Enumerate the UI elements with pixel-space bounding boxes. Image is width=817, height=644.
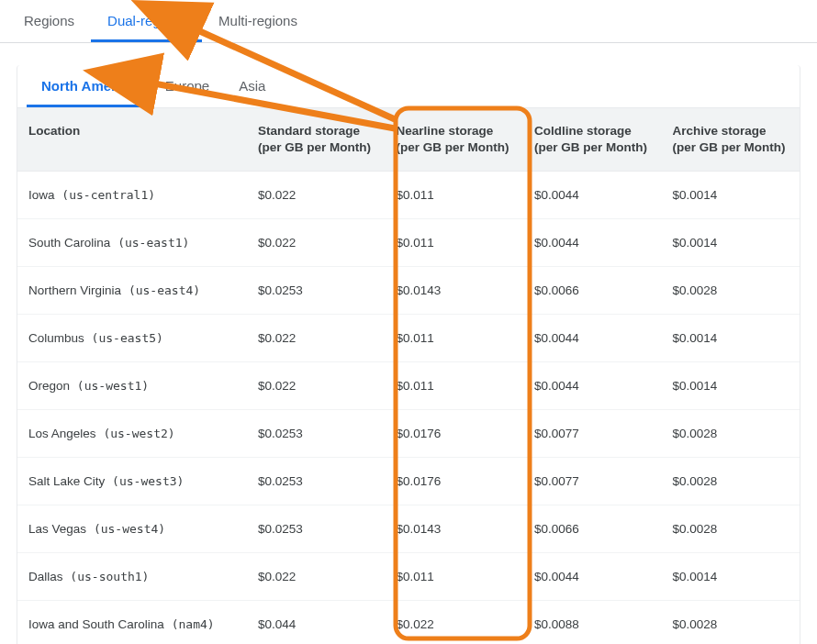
cell-archive: $0.0014 — [662, 172, 800, 219]
cell-coldline: $0.0066 — [523, 505, 662, 553]
col-location: Location — [17, 108, 247, 172]
tab-multi-regions[interactable]: Multi-regions — [202, 0, 314, 42]
cell-location: Dallas (us-south1) — [17, 553, 247, 601]
location-name: Los Angeles — [28, 427, 96, 440]
location-name: Iowa and South Carolina — [28, 617, 164, 631]
col-standard: Standard storage (per GB per Month) — [247, 108, 386, 172]
cell-location: Northern Virginia (us-east4) — [17, 267, 247, 315]
tab-regions[interactable]: Regions — [7, 0, 91, 42]
cell-location: South Carolina (us-east1) — [17, 219, 247, 267]
cell-standard: $0.0253 — [247, 410, 386, 458]
location-id: (us-south1) — [63, 570, 150, 583]
cell-standard: $0.0253 — [247, 505, 386, 553]
cell-location: Salt Lake City (us-west3) — [17, 458, 247, 505]
location-id: (us-east5) — [84, 331, 163, 345]
table-row: Salt Lake City (us-west3)$0.0253$0.0176$… — [17, 458, 800, 505]
cell-nearline: $0.022 — [386, 601, 524, 644]
col-archive: Archive storage (per GB per Month) — [662, 108, 800, 172]
cell-archive: $0.0014 — [662, 553, 800, 601]
cell-location: Iowa and South Carolina (nam4) — [17, 601, 247, 644]
cell-location: Oregon (us-west1) — [17, 362, 247, 410]
cell-nearline: $0.0176 — [386, 458, 524, 505]
cell-nearline: $0.0143 — [386, 267, 524, 315]
location-id: (us-east1) — [110, 236, 189, 250]
subtab-north-america[interactable]: North America — [27, 65, 151, 107]
cell-archive: $0.0014 — [662, 315, 800, 362]
cell-coldline: $0.0088 — [523, 601, 662, 644]
subtab-europe[interactable]: Europe — [151, 65, 224, 107]
location-id: (us-west1) — [70, 379, 149, 393]
cell-archive: $0.0028 — [662, 267, 800, 315]
sub-tabs: North America Europe Asia — [17, 65, 800, 108]
table-row: Dallas (us-south1)$0.022$0.011$0.0044$0.… — [17, 553, 800, 601]
location-id: (us-west3) — [105, 474, 184, 488]
pricing-table: Location Standard storage (per GB per Mo… — [17, 108, 800, 644]
col-nearline: Nearline storage (per GB per Month) — [386, 108, 524, 172]
cell-archive: $0.0014 — [662, 362, 800, 410]
cell-standard: $0.0253 — [247, 458, 386, 505]
location-id: (us-central1) — [55, 188, 156, 202]
cell-nearline: $0.011 — [386, 553, 524, 601]
cell-coldline: $0.0077 — [523, 458, 662, 505]
cell-standard: $0.022 — [247, 315, 386, 362]
cell-archive: $0.0028 — [662, 601, 800, 644]
location-name: Las Vegas — [28, 522, 86, 536]
table-header-row: Location Standard storage (per GB per Mo… — [17, 108, 800, 172]
cell-nearline: $0.0176 — [386, 410, 524, 458]
cell-archive: $0.0028 — [662, 458, 800, 505]
location-name: Oregon — [28, 379, 70, 393]
cell-archive: $0.0014 — [662, 219, 800, 267]
cell-coldline: $0.0077 — [523, 410, 662, 458]
cell-coldline: $0.0044 — [523, 315, 662, 362]
location-id: (nam4) — [164, 617, 215, 631]
cell-nearline: $0.011 — [386, 315, 524, 362]
cell-coldline: $0.0066 — [523, 267, 662, 315]
location-name: Dallas — [28, 570, 63, 583]
cell-standard: $0.022 — [247, 553, 386, 601]
cell-location: Iowa (us-central1) — [17, 172, 247, 219]
cell-archive: $0.0028 — [662, 410, 800, 458]
col-coldline: Coldline storage (per GB per Month) — [523, 108, 662, 172]
cell-coldline: $0.0044 — [523, 553, 662, 601]
cell-archive: $0.0028 — [662, 505, 800, 553]
table-row: South Carolina (us-east1)$0.022$0.011$0.… — [17, 219, 800, 267]
cell-standard: $0.0253 — [247, 267, 386, 315]
table-row: Iowa and South Carolina (nam4)$0.044$0.0… — [17, 601, 800, 644]
pricing-card: North America Europe Asia Location Stand… — [17, 65, 800, 644]
table-row: Oregon (us-west1)$0.022$0.011$0.0044$0.0… — [17, 362, 800, 410]
location-name: Columbus — [28, 331, 84, 345]
cell-standard: $0.022 — [247, 362, 386, 410]
subtab-asia[interactable]: Asia — [224, 65, 280, 107]
table-row: Columbus (us-east5)$0.022$0.011$0.0044$0… — [17, 315, 800, 362]
cell-nearline: $0.011 — [386, 362, 524, 410]
cell-standard: $0.044 — [247, 601, 386, 644]
location-name: Northern Virginia — [28, 283, 121, 297]
cell-standard: $0.022 — [247, 172, 386, 219]
location-id: (us-east4) — [121, 283, 200, 297]
location-id: (us-west4) — [86, 522, 165, 536]
cell-coldline: $0.0044 — [523, 172, 662, 219]
cell-location: Las Vegas (us-west4) — [17, 505, 247, 553]
tab-dual-regions[interactable]: Dual-regions — [91, 0, 202, 42]
cell-nearline: $0.011 — [386, 219, 524, 267]
cell-nearline: $0.0143 — [386, 505, 524, 553]
cell-location: Columbus (us-east5) — [17, 315, 247, 362]
table-row: Northern Virginia (us-east4)$0.0253$0.01… — [17, 267, 800, 315]
table-row: Las Vegas (us-west4)$0.0253$0.0143$0.006… — [17, 505, 800, 553]
table-row: Iowa (us-central1)$0.022$0.011$0.0044$0.… — [17, 172, 800, 219]
cell-coldline: $0.0044 — [523, 219, 662, 267]
location-name: South Carolina — [28, 236, 110, 250]
location-id: (us-west2) — [96, 427, 175, 440]
cell-standard: $0.022 — [247, 219, 386, 267]
top-tabs: Regions Dual-regions Multi-regions — [0, 0, 817, 43]
table-row: Los Angeles (us-west2)$0.0253$0.0176$0.0… — [17, 410, 800, 458]
cell-nearline: $0.011 — [386, 172, 524, 219]
cell-location: Los Angeles (us-west2) — [17, 410, 247, 458]
location-name: Iowa — [28, 188, 55, 202]
cell-coldline: $0.0044 — [523, 362, 662, 410]
location-name: Salt Lake City — [28, 474, 105, 488]
